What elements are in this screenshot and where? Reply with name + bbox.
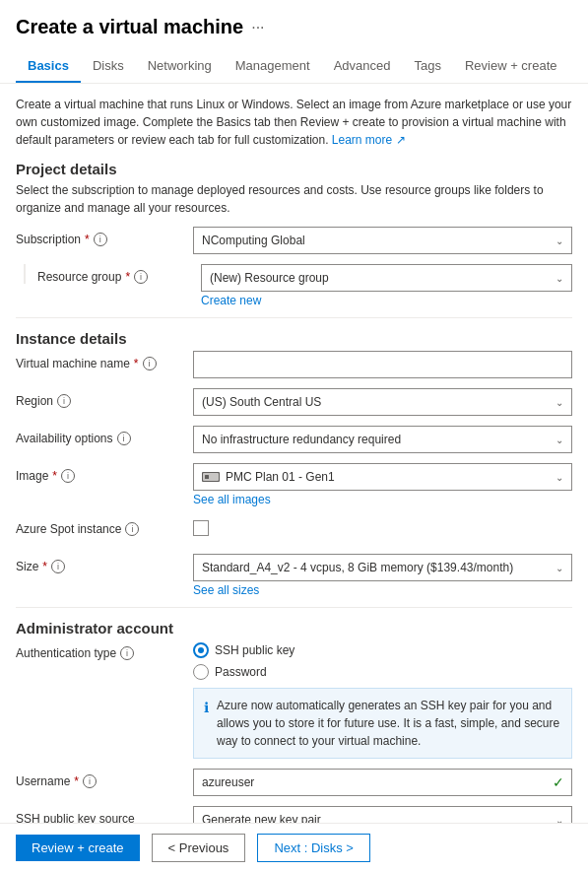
region-dropdown-arrow: ⌄: [555, 397, 563, 408]
size-control: Standard_A4_v2 - 4 vcpus, 8 GiB memory (…: [193, 554, 572, 597]
username-input[interactable]: [193, 769, 572, 796]
ssh-key-radio[interactable]: [193, 642, 209, 658]
subscription-value: NComputing Global: [202, 234, 305, 247]
vm-name-row: Virtual machine name * i: [16, 351, 572, 378]
azure-spot-label: Azure Spot instance i: [16, 516, 193, 536]
content-area: Create a virtual machine that runs Linux…: [0, 84, 588, 872]
page-title: Create a virtual machine: [16, 16, 243, 38]
password-radio[interactable]: [193, 664, 209, 680]
previous-button[interactable]: < Previous: [152, 834, 246, 862]
region-label: Region i: [16, 388, 193, 408]
availability-label: Availability options i: [16, 426, 193, 445]
size-dropdown[interactable]: Standard_A4_v2 - 4 vcpus, 8 GiB memory (…: [193, 554, 572, 581]
tab-management[interactable]: Management: [224, 50, 322, 83]
footer: Review + create < Previous Next : Disks …: [0, 823, 588, 872]
ssh-key-option[interactable]: SSH public key: [193, 642, 572, 658]
image-label: Image * i: [16, 463, 193, 483]
rg-info-icon[interactable]: i: [134, 270, 148, 284]
size-value: Standard_A4_v2 - 4 vcpus, 8 GiB memory (…: [202, 561, 513, 574]
subscription-info-icon[interactable]: i: [94, 233, 107, 246]
tab-basics[interactable]: Basics: [16, 50, 81, 83]
vm-name-input[interactable]: [193, 351, 572, 378]
tab-disks[interactable]: Disks: [81, 50, 136, 83]
tab-advanced[interactable]: Advanced: [322, 50, 403, 83]
size-required: *: [42, 560, 47, 573]
region-info-icon[interactable]: i: [57, 394, 71, 408]
learn-more-link[interactable]: Learn more ↗: [332, 133, 406, 147]
availability-info-icon[interactable]: i: [117, 432, 131, 445]
vm-name-info-icon[interactable]: i: [143, 357, 157, 370]
azure-spot-row: Azure Spot instance i: [16, 516, 572, 544]
scroll-area: Create a virtual machine that runs Linux…: [0, 84, 588, 872]
availability-dropdown-arrow: ⌄: [555, 435, 563, 445]
info-box-icon: ℹ: [204, 698, 209, 750]
auth-type-info-icon[interactable]: i: [120, 646, 134, 660]
image-row: Image * i PMC Plan 01 - Gen1 ⌄: [16, 463, 572, 506]
image-dropdown[interactable]: PMC Plan 01 - Gen1 ⌄: [193, 463, 572, 491]
region-row: Region i (US) South Central US ⌄: [16, 388, 572, 416]
size-info-icon[interactable]: i: [51, 560, 65, 573]
username-label: Username * i: [16, 769, 193, 788]
instance-details-title: Instance details: [16, 330, 572, 347]
availability-control: No infrastructure redundancy required ⌄: [193, 426, 572, 453]
resource-group-row: Resource group * i (New) Resource group …: [16, 264, 572, 307]
auth-type-row: Authentication type i SSH public key Pas…: [16, 640, 572, 759]
region-value: (US) South Central US: [202, 395, 321, 409]
password-option[interactable]: Password: [193, 664, 572, 680]
ssh-key-radio-dot: [198, 647, 204, 653]
image-info-icon[interactable]: i: [61, 469, 75, 483]
username-row: Username * i ✓: [16, 769, 572, 796]
password-label: Password: [215, 665, 267, 679]
rg-required: *: [125, 270, 130, 284]
ssh-info-box: ℹ Azure now automatically generates an S…: [193, 688, 572, 759]
divider-1: [16, 317, 572, 318]
resource-group-dropdown[interactable]: (New) Resource group ⌄: [201, 264, 572, 292]
auth-type-radio-group: SSH public key Password: [193, 640, 572, 680]
username-info-icon[interactable]: i: [83, 774, 97, 788]
svg-rect-2: [205, 475, 209, 479]
see-all-images-link[interactable]: See all images: [193, 493, 572, 506]
ssh-key-label: SSH public key: [215, 643, 294, 657]
size-dropdown-arrow: ⌄: [555, 563, 563, 573]
image-required: *: [52, 469, 57, 483]
subscription-row: Subscription * i NComputing Global ⌄: [16, 227, 572, 254]
subscription-required: *: [85, 233, 90, 246]
review-create-button[interactable]: Review + create: [16, 835, 140, 861]
region-dropdown[interactable]: (US) South Central US ⌄: [193, 388, 572, 416]
azure-spot-control: [193, 516, 572, 536]
ssh-info-text: Azure now automatically generates an SSH…: [217, 697, 561, 750]
azure-spot-info-icon[interactable]: i: [125, 522, 139, 536]
image-control: PMC Plan 01 - Gen1 ⌄ See all images: [193, 463, 572, 506]
availability-value: No infrastructure redundancy required: [202, 433, 401, 446]
tab-networking[interactable]: Networking: [136, 50, 224, 83]
username-required: *: [74, 774, 79, 788]
auth-type-label: Authentication type i: [16, 640, 193, 660]
subscription-label: Subscription * i: [16, 227, 193, 246]
subscription-control: NComputing Global ⌄: [193, 227, 572, 254]
username-valid-icon: ✓: [553, 774, 564, 790]
admin-account-title: Administrator account: [16, 620, 572, 637]
subscription-dropdown[interactable]: NComputing Global ⌄: [193, 227, 572, 254]
availability-dropdown[interactable]: No infrastructure redundancy required ⌄: [193, 426, 572, 453]
tab-bar: Basics Disks Networking Management Advan…: [0, 38, 588, 84]
next-button[interactable]: Next : Disks >: [257, 834, 370, 862]
tab-review-create[interactable]: Review + create: [453, 50, 569, 83]
username-control: ✓: [193, 769, 572, 796]
header-menu-icon[interactable]: ···: [251, 19, 264, 36]
azure-spot-checkbox-wrapper: [193, 516, 572, 536]
vm-name-control: [193, 351, 572, 378]
vm-name-label: Virtual machine name * i: [16, 351, 193, 370]
rg-value: (New) Resource group: [210, 271, 329, 285]
tab-tags[interactable]: Tags: [402, 50, 452, 83]
rg-dropdown-arrow: ⌄: [555, 273, 563, 284]
vm-name-required: *: [134, 357, 139, 370]
divider-2: [16, 607, 572, 608]
project-details-title: Project details: [16, 161, 572, 177]
create-new-rg-link[interactable]: Create new: [201, 294, 572, 307]
project-details-desc: Select the subscription to manage deploy…: [16, 181, 572, 217]
azure-spot-checkbox[interactable]: [193, 520, 209, 536]
size-row: Size * i Standard_A4_v2 - 4 vcpus, 8 GiB…: [16, 554, 572, 597]
intro-description: Create a virtual machine that runs Linux…: [16, 96, 572, 149]
region-control: (US) South Central US ⌄: [193, 388, 572, 416]
see-all-sizes-link[interactable]: See all sizes: [193, 583, 572, 597]
